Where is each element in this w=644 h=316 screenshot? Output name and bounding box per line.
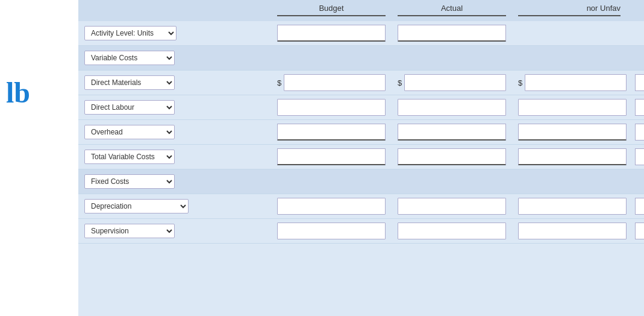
header-row: Budget Actual nor Unfav xyxy=(78,0,644,21)
budget-header-label: Budget xyxy=(277,4,386,16)
handwritten-annotation: lb xyxy=(6,78,30,107)
direct-labour-extra-input[interactable] xyxy=(635,99,644,116)
depreciation-label-col: Depreciation Straight-Line Depreciation … xyxy=(78,199,271,213)
direct-materials-extra-input[interactable] xyxy=(635,74,644,91)
direct-materials-budget-input[interactable] xyxy=(284,74,386,91)
overhead-small-col xyxy=(633,124,644,141)
activity-level-row: Activity Level: Units Activity Level: Ho… xyxy=(78,21,644,46)
overhead-select[interactable]: Overhead Variable Overhead Fixed Overhea… xyxy=(84,125,175,139)
nor-unfav-header-label: nor Unfav xyxy=(518,4,621,16)
supervision-actual-col xyxy=(392,223,512,239)
depreciation-unfav-input[interactable] xyxy=(518,198,627,215)
overhead-actual-col xyxy=(392,124,512,141)
direct-labour-small-col xyxy=(633,99,644,116)
variable-costs-label-col: Variable Costs Fixed Costs Mixed Costs xyxy=(78,51,271,65)
depreciation-actual-col xyxy=(392,198,512,215)
supervision-budget-col xyxy=(271,223,392,239)
depreciation-unfav-col xyxy=(512,198,633,215)
total-variable-costs-small-col xyxy=(633,148,644,165)
supervision-actual-input[interactable] xyxy=(398,223,506,239)
overhead-actual-input[interactable] xyxy=(398,124,506,141)
fixed-costs-section-header: Fixed Costs Semi-Fixed Costs xyxy=(78,169,644,194)
total-variable-costs-extra-input[interactable] xyxy=(635,148,644,165)
direct-materials-label-col: Direct Materials Raw Materials Supplies xyxy=(78,75,271,90)
main-content: Budget Actual nor Unfav Activity Level: … xyxy=(78,0,644,316)
overhead-unfav-input[interactable] xyxy=(518,124,627,141)
total-variable-costs-unfav-input[interactable] xyxy=(518,148,627,165)
direct-materials-small-col xyxy=(633,74,644,91)
variable-costs-select[interactable]: Variable Costs Fixed Costs Mixed Costs xyxy=(84,51,175,65)
total-variable-costs-actual-col xyxy=(392,148,512,165)
direct-materials-unfav-col: $ xyxy=(512,74,633,91)
supervision-row: Supervision Management Administration xyxy=(78,219,644,244)
actual-header: Actual xyxy=(392,4,512,19)
fixed-costs-label-col: Fixed Costs Semi-Fixed Costs xyxy=(78,174,271,189)
nor-unfav-header: nor Unfav xyxy=(512,4,633,19)
direct-materials-unfav-currency: $ xyxy=(518,78,522,87)
budget-header: Budget xyxy=(271,4,392,19)
overhead-label-col: Overhead Variable Overhead Fixed Overhea… xyxy=(78,125,271,139)
direct-materials-actual-input[interactable] xyxy=(404,74,506,91)
depreciation-budget-input[interactable] xyxy=(277,198,386,215)
activity-level-budget-col xyxy=(271,25,392,42)
direct-labour-row: Direct Labour Indirect Labour Contract L… xyxy=(78,95,644,120)
sidebar: lb xyxy=(0,0,78,316)
direct-materials-select[interactable]: Direct Materials Raw Materials Supplies xyxy=(84,75,175,90)
total-variable-costs-unfav-col xyxy=(512,148,633,165)
supervision-select[interactable]: Supervision Management Administration xyxy=(84,224,175,238)
supervision-budget-input[interactable] xyxy=(277,223,386,239)
direct-labour-select[interactable]: Direct Labour Indirect Labour Contract L… xyxy=(84,100,175,115)
total-variable-costs-select[interactable]: Total Variable Costs xyxy=(84,150,175,164)
supervision-extra-input[interactable] xyxy=(635,223,644,239)
actual-header-label: Actual xyxy=(398,4,506,16)
overhead-budget-col xyxy=(271,124,392,141)
table-body: Activity Level: Units Activity Level: Ho… xyxy=(78,21,644,244)
direct-labour-budget-input[interactable] xyxy=(277,99,386,116)
total-variable-costs-budget-col xyxy=(271,148,392,165)
overhead-extra-input[interactable] xyxy=(635,124,644,141)
depreciation-row: Depreciation Straight-Line Depreciation … xyxy=(78,194,644,219)
depreciation-budget-col xyxy=(271,198,392,215)
supervision-unfav-col xyxy=(512,223,633,239)
supervision-small-col xyxy=(633,223,644,239)
direct-labour-unfav-col xyxy=(512,99,633,116)
depreciation-actual-input[interactable] xyxy=(398,198,506,215)
depreciation-small-col xyxy=(633,198,644,215)
activity-level-actual-col xyxy=(392,25,512,42)
supervision-unfav-input[interactable] xyxy=(518,223,627,239)
direct-labour-budget-col xyxy=(271,99,392,116)
activity-level-budget-input[interactable] xyxy=(277,25,386,42)
activity-level-label-col: Activity Level: Units Activity Level: Ho… xyxy=(78,26,271,40)
depreciation-select[interactable]: Depreciation Straight-Line Depreciation … xyxy=(84,199,189,213)
activity-level-select[interactable]: Activity Level: Units Activity Level: Ho… xyxy=(84,26,177,40)
direct-materials-unfav-input[interactable] xyxy=(525,74,627,91)
total-variable-costs-actual-input[interactable] xyxy=(398,148,506,165)
overhead-budget-input[interactable] xyxy=(277,124,386,141)
activity-level-actual-input[interactable] xyxy=(398,25,506,42)
direct-materials-row: Direct Materials Raw Materials Supplies … xyxy=(78,71,644,95)
direct-labour-actual-input[interactable] xyxy=(398,99,506,116)
direct-labour-unfav-input[interactable] xyxy=(518,99,627,116)
total-variable-costs-budget-input[interactable] xyxy=(277,148,386,165)
overhead-row: Overhead Variable Overhead Fixed Overhea… xyxy=(78,120,644,145)
direct-labour-label-col: Direct Labour Indirect Labour Contract L… xyxy=(78,100,271,115)
variable-costs-section-header: Variable Costs Fixed Costs Mixed Costs xyxy=(78,46,644,71)
direct-labour-actual-col xyxy=(392,99,512,116)
fixed-costs-select[interactable]: Fixed Costs Semi-Fixed Costs xyxy=(84,174,175,189)
depreciation-extra-input[interactable] xyxy=(635,198,644,215)
total-variable-costs-row: Total Variable Costs xyxy=(78,145,644,169)
direct-materials-budget-currency: $ xyxy=(277,78,281,87)
supervision-label-col: Supervision Management Administration xyxy=(78,224,271,238)
total-variable-costs-label-col: Total Variable Costs xyxy=(78,150,271,164)
direct-materials-actual-col: $ xyxy=(392,74,512,91)
direct-materials-budget-col: $ xyxy=(271,74,392,91)
overhead-unfav-col xyxy=(512,124,633,141)
direct-materials-actual-currency: $ xyxy=(398,78,402,87)
